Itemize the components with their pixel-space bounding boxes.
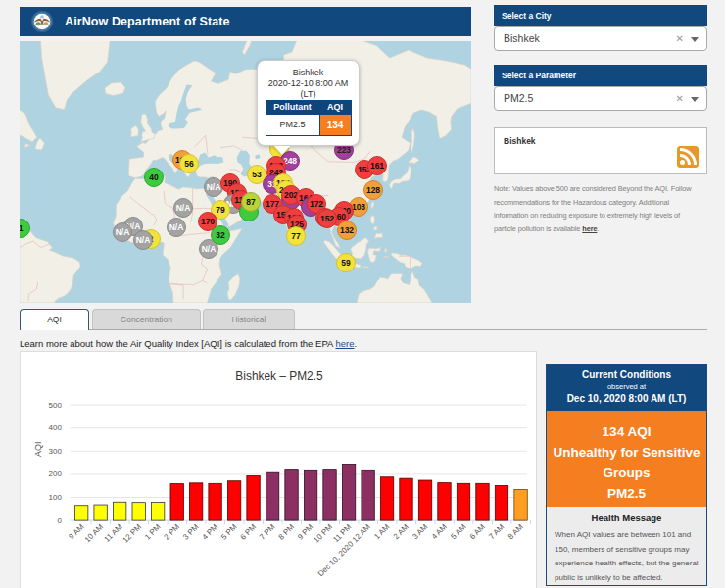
- svg-text:79: 79: [216, 205, 225, 215]
- svg-text:6 PM: 6 PM: [239, 522, 258, 541]
- svg-text:N/A: N/A: [136, 235, 151, 245]
- svg-text:6 AM: 6 AM: [468, 522, 487, 541]
- svg-text:4 AM: 4 AM: [430, 522, 449, 541]
- svg-text:200: 200: [49, 469, 63, 478]
- svg-text:2 PM: 2 PM: [163, 522, 181, 541]
- svg-text:1 AM: 1 AM: [372, 522, 391, 541]
- svg-text:N/A: N/A: [116, 227, 130, 237]
- svg-text:8 PM: 8 PM: [277, 522, 296, 541]
- svg-text:AQI: AQI: [33, 442, 43, 457]
- svg-text:N/A: N/A: [202, 244, 217, 254]
- svg-text:10 AM: 10 AM: [83, 522, 105, 544]
- svg-text:77: 77: [291, 231, 301, 241]
- svg-text:103: 103: [352, 202, 365, 212]
- svg-text:161: 161: [370, 161, 384, 171]
- svg-text:1: 1: [20, 223, 24, 233]
- svg-text:132: 132: [340, 225, 354, 235]
- svg-text:87: 87: [246, 197, 256, 207]
- svg-text:1 PM: 1 PM: [143, 522, 162, 541]
- svg-text:7 PM: 7 PM: [258, 522, 276, 541]
- svg-text:N/A: N/A: [207, 182, 221, 192]
- svg-text:2 AM: 2 AM: [392, 522, 411, 541]
- svg-text:N/A: N/A: [176, 203, 191, 213]
- svg-text:3 AM: 3 AM: [411, 522, 429, 541]
- svg-text:5 AM: 5 AM: [449, 522, 467, 541]
- svg-text:128: 128: [366, 185, 380, 195]
- svg-text:3 PM: 3 PM: [181, 522, 200, 541]
- svg-text:100: 100: [49, 493, 63, 502]
- svg-text:32: 32: [216, 230, 225, 240]
- svg-text:12 PM: 12 PM: [121, 522, 143, 545]
- svg-text:170: 170: [201, 217, 215, 226]
- svg-text:11 AM: 11 AM: [103, 522, 124, 544]
- svg-text:152: 152: [320, 214, 334, 223]
- svg-text:56: 56: [184, 159, 194, 169]
- svg-text:7 AM: 7 AM: [487, 522, 506, 541]
- svg-text:Bishkek – PM2.5: Bishkek – PM2.5: [235, 369, 323, 383]
- svg-text:40: 40: [149, 172, 159, 182]
- svg-text:N/A: N/A: [169, 222, 184, 232]
- svg-text:8 AM: 8 AM: [507, 522, 525, 541]
- svg-text:53: 53: [252, 170, 262, 179]
- svg-text:400: 400: [49, 423, 63, 432]
- svg-text:172: 172: [310, 199, 323, 209]
- svg-text:59: 59: [341, 258, 351, 268]
- svg-text:223: 223: [337, 145, 351, 155]
- svg-text:5 PM: 5 PM: [219, 522, 238, 541]
- svg-text:0: 0: [57, 516, 62, 525]
- svg-text:500: 500: [49, 401, 63, 410]
- svg-text:4 PM: 4 PM: [201, 522, 219, 541]
- svg-text:300: 300: [49, 447, 63, 456]
- svg-text:10 PM: 10 PM: [312, 522, 334, 545]
